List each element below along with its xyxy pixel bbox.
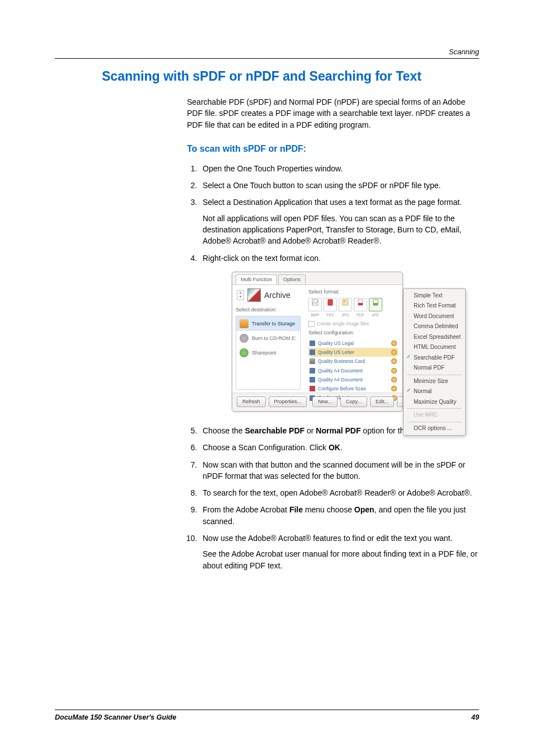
format-tiff[interactable] [324, 298, 337, 311]
create-single-checkbox[interactable] [308, 321, 315, 327]
config-item[interactable]: Quality US Legal [308, 339, 398, 348]
dialog-right-column: Select format: BMP [304, 285, 402, 393]
page: Scanning Scanning with sPDF or nPDF and … [0, 0, 534, 756]
menu-use-mrc: Use MRC [405, 410, 464, 421]
config-label: Configure Before Scan [318, 385, 366, 392]
button-selector: ▲▼ Archive [236, 287, 301, 305]
properties-button[interactable]: Properties... [269, 396, 307, 407]
format-labels: BMP TIFF JPG PDF sPE [308, 312, 398, 318]
create-single-row[interactable]: Create single image files [308, 320, 398, 327]
menu-comma-delimited[interactable]: Comma Delimited [405, 321, 464, 332]
menu-minimize-size[interactable]: Minimize Size [405, 376, 464, 387]
new-button[interactable]: New... [312, 396, 338, 407]
step-6: Choose a Scan Configuration. Click OK. [199, 442, 479, 453]
format-bmp[interactable] [308, 298, 322, 311]
step-5-c: or [305, 426, 316, 435]
destination-sharepoint[interactable]: Sharepoint [236, 346, 300, 360]
header-rule [55, 58, 479, 59]
gear-icon [391, 386, 397, 391]
svg-rect-5 [358, 303, 363, 305]
step-9-d: Open [354, 505, 374, 514]
page-footer: DocuMate 150 Scanner User's Guide 49 [55, 710, 479, 721]
menu-searchable-pdf[interactable]: ✓ Searchable PDF [405, 353, 464, 363]
fmt-label-spe: sPE [369, 312, 382, 318]
menu-separator [407, 408, 462, 409]
config-label: Quality A4 Document [318, 376, 363, 383]
svg-rect-0 [312, 300, 318, 305]
step-5-d: Normal PDF [316, 426, 360, 435]
tab-options[interactable]: Options [278, 274, 306, 284]
format-pdf[interactable] [354, 298, 367, 311]
menu-maximize-quality[interactable]: Maximize Quality [405, 397, 464, 408]
config-icon [310, 340, 315, 346]
step-1: Open the One Touch Properties window. [199, 163, 479, 174]
footer-rule [55, 710, 479, 710]
menu-rich-text[interactable]: Rich Text Format [405, 301, 464, 311]
step-6-a: Choose a Scan Configuration. Click [203, 443, 329, 452]
config-label: Quality US Legal [318, 340, 354, 347]
config-icon [310, 386, 315, 391]
config-label: Quality A4 Document [318, 367, 363, 374]
step-6-c: . [340, 443, 343, 452]
sharepoint-icon [240, 348, 249, 357]
menu-excel[interactable]: Excel Spreadsheet [405, 332, 464, 343]
svg-rect-2 [343, 300, 348, 305]
menu-label: Searchable PDF [414, 354, 455, 362]
step-10-text: Now use the Adobe® Acrobat® features to … [203, 534, 452, 543]
config-label: Quality US Letter [318, 349, 354, 356]
edit-button[interactable]: Edit... [370, 396, 394, 407]
step-3: Select a Destination Application that us… [199, 197, 479, 246]
step-10: Now use the Adobe® Acrobat® features to … [199, 533, 479, 571]
configuration-list[interactable]: Quality US Legal Quality US Letter Quali… [308, 339, 398, 403]
onetouch-properties-dialog: Multi Function Options ▲▼ Archive Select [232, 272, 403, 412]
destination-list[interactable]: Transfer to Storage Burn to CD-ROM E: Sh [236, 316, 301, 390]
copy-button[interactable]: Copy... [340, 396, 367, 407]
footer-title: DocuMate 150 Scanner User's Guide [55, 713, 176, 721]
config-item[interactable]: Quality Business Card [308, 357, 398, 366]
tab-multi-function[interactable]: Multi Function [236, 274, 277, 284]
svg-rect-1 [328, 300, 332, 305]
format-context-menu: Simple Text Rich Text Format Word Docume… [403, 288, 466, 436]
fmt-label-jpg: JPG [339, 312, 352, 318]
format-text-selected[interactable] [369, 298, 382, 311]
config-item[interactable]: Quality A4 Document [308, 366, 398, 375]
intro-paragraph: Searchable PDF (sPDF) and Normal PDF (nP… [187, 96, 479, 130]
page-number: 49 [471, 713, 479, 721]
step-6-b: OK [329, 443, 340, 452]
dialog-tabs: Multi Function Options [232, 272, 402, 284]
step-7: Now scan with that button and the scanne… [199, 459, 479, 482]
create-single-label: Create single image files [317, 320, 369, 327]
menu-separator [407, 375, 462, 375]
footer-row: DocuMate 150 Scanner User's Guide 49 [55, 713, 479, 721]
refresh-button[interactable]: Refresh [237, 396, 266, 407]
procedure-list: Open the One Touch Properties window. Se… [187, 163, 479, 571]
button-spinner[interactable]: ▲▼ [237, 290, 244, 300]
config-item-selected[interactable]: Quality US Letter [308, 348, 398, 357]
destination-transfer-to-storage[interactable]: Transfer to Storage [236, 316, 300, 331]
config-item[interactable]: Configure Before Scan [308, 384, 398, 393]
step-2: Select a One Touch button to scan using … [199, 180, 479, 191]
step-9: From the Adobe Acrobat File menu choose … [199, 504, 479, 527]
menu-normal-pdf[interactable]: Normal PDF [405, 363, 464, 374]
dest-label: Burn to CD-ROM E: [252, 335, 297, 342]
menu-simple-text[interactable]: Simple Text [405, 291, 464, 301]
gear-icon [391, 377, 397, 382]
gear-icon [391, 340, 397, 346]
menu-ocr-options[interactable]: OCR options ... [405, 423, 464, 434]
menu-word-doc[interactable]: Word Document [405, 311, 464, 322]
step-9-a: From the Adobe Acrobat [203, 505, 289, 514]
destination-burn-to-cd[interactable]: Burn to CD-ROM E: [236, 331, 300, 346]
step-4-text: Right-click on the text format icon. [203, 254, 321, 263]
fmt-label-bmp: BMP [308, 312, 322, 318]
menu-normal[interactable]: ✓ Normal [405, 386, 464, 397]
step-9-c: menu choose [303, 505, 354, 514]
storage-icon [240, 319, 249, 328]
dest-label: Sharepoint [252, 349, 277, 357]
format-jpg[interactable] [339, 298, 352, 311]
fmt-label-pdf: PDF [354, 312, 367, 318]
gear-icon [391, 368, 397, 374]
delete-button[interactable]: Dele [397, 396, 403, 407]
menu-html[interactable]: HTML Document [405, 342, 464, 353]
dialog-left-column: ▲▼ Archive Select destination: Transfer … [232, 285, 304, 393]
config-item[interactable]: Quality A4 Document [308, 375, 398, 384]
